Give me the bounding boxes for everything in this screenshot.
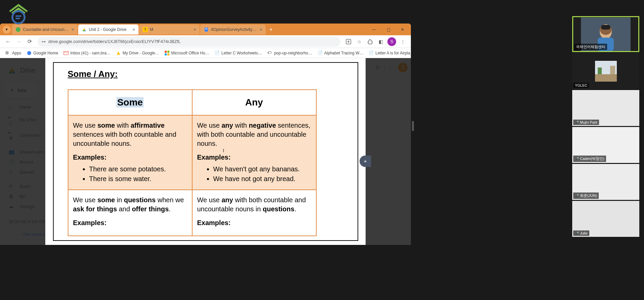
text-cursor-icon: I <box>223 148 224 153</box>
some-affirmative-cell: We use some with affirmative sentences w… <box>68 115 192 190</box>
menu-icon[interactable]: ⋮ <box>397 36 408 47</box>
participant-name-tag: 국제언어체험센터 <box>574 44 607 50</box>
ms-icon <box>164 50 170 56</box>
participant-tile[interactable]: 국제언어체험센터 <box>572 16 639 52</box>
participant-tile[interactable]: YGLEC <box>572 53 639 89</box>
some-questions-cell: We use some in questions when we ask for… <box>68 190 192 236</box>
tab-search-button[interactable]: ▾ <box>3 26 11 34</box>
svg-rect-21 <box>167 53 169 55</box>
example-item: There are some potatoes. <box>89 165 187 174</box>
table-header-some: Some <box>68 90 192 115</box>
maximize-button[interactable]: ▢ <box>381 25 395 35</box>
tab2-favicon <box>82 27 87 32</box>
tab3-favicon: T <box>143 27 148 32</box>
participant-tile[interactable]: 🎤Caden(박창민) <box>572 127 639 163</box>
tab-bar: ▾ Countable-and-Uncountable-n… × Unit 2 … <box>0 24 411 35</box>
tab4-close-icon[interactable]: × <box>260 27 262 32</box>
svg-point-5 <box>16 27 20 32</box>
side-panel-icon[interactable]: ◧ <box>375 36 386 47</box>
back-button[interactable]: ← <box>3 36 13 47</box>
example-item: We have not got any bread. <box>213 174 311 183</box>
muted-icon: 🎤 <box>575 231 579 235</box>
url-input[interactable]: ⊶ drive.google.com/drive/folders/1XJ6TMr… <box>38 37 340 47</box>
add-comment-button[interactable]: ＋ <box>360 156 371 167</box>
new-tab-button[interactable]: + <box>266 25 276 34</box>
svg-rect-18 <box>165 51 167 53</box>
bookmark-star-icon[interactable]: ☆ <box>354 36 365 47</box>
bookmark-letter-c[interactable]: 📄Letter C Worksheets… <box>212 50 265 56</box>
page-icon: 📄 <box>215 50 220 56</box>
browser-window: ▾ Countable-and-Uncountable-n… × Unit 2 … <box>0 24 411 245</box>
apps-icon: ⊞ <box>5 50 11 56</box>
svg-rect-28 <box>601 25 610 30</box>
svg-rect-19 <box>167 51 169 53</box>
bookmark-apps[interactable]: ⊞Apps <box>3 50 24 56</box>
svg-rect-4 <box>16 18 20 19</box>
bookmark-mydrive[interactable]: My Drive - Google… <box>113 50 162 56</box>
tab1-close-icon[interactable]: × <box>71 27 74 32</box>
example-item: We haven't got any bananas. <box>213 165 311 174</box>
participant-name-tag: 🎤Julie <box>573 230 589 236</box>
install-icon[interactable] <box>343 36 354 47</box>
svg-rect-13 <box>205 29 207 29</box>
reload-button[interactable]: ⟳ <box>24 36 35 47</box>
extensions-icon[interactable] <box>365 36 375 47</box>
tab4-title: 4OpinionSurveyActivity-FoodA… <box>211 27 258 32</box>
examples-label: Examples: <box>197 218 311 227</box>
g-icon <box>26 50 32 56</box>
participant-tile[interactable]: 🎤Julie <box>572 201 639 237</box>
tab-3[interactable]: T M × <box>139 25 200 35</box>
profile-avatar[interactable]: S <box>387 37 396 46</box>
svg-rect-31 <box>598 68 602 74</box>
grammar-table: Some Any We use some with affirmative se… <box>68 89 317 236</box>
bookmarks-bar: ⊞Apps Google Home Inbox (41) - sam.bra… … <box>0 48 411 58</box>
tab3-close-icon[interactable]: × <box>194 27 196 32</box>
minimize-button[interactable]: ― <box>367 25 381 35</box>
tab2-close-icon[interactable]: × <box>132 27 135 32</box>
bookmark-popup[interactable]: 🏷pop-up-neighborho… <box>265 50 315 56</box>
any-negative-cell: We use any with negative sentences, with… <box>192 115 316 190</box>
svg-rect-11 <box>205 28 208 32</box>
svg-point-15 <box>27 51 31 55</box>
url-text: drive.google.com/drive/folders/1XJ6TMrjc… <box>48 39 180 44</box>
example-item: There is some water. <box>89 174 187 183</box>
participant-grid: 국제언어체험센터 YGLEC 🎤Mujin Park 🎤Caden(박창민) 🎤… <box>572 16 639 238</box>
bookmark-google-home[interactable]: Google Home <box>24 50 61 56</box>
tab1-favicon <box>15 27 21 32</box>
tab1-title: Countable-and-Uncountable-n… <box>23 27 69 32</box>
tag-icon: 🏷 <box>267 50 273 56</box>
bookmark-office[interactable]: Microsoft Office Ho… <box>162 50 212 56</box>
tab-4[interactable]: 4OpinionSurveyActivity-FoodA… × <box>200 25 266 35</box>
app-logo <box>7 3 30 26</box>
table-header-any: Any <box>192 90 316 115</box>
muted-icon: 🎤 <box>575 194 579 198</box>
participant-video <box>595 61 617 82</box>
bookmark-alphabet[interactable]: 📄Alphabet Tracing W… <box>315 50 366 56</box>
bookmark-inbox[interactable]: Inbox (41) - sam.bra… <box>61 50 113 56</box>
participant-tile[interactable]: 🎤Mujin Park <box>572 90 639 126</box>
svg-rect-3 <box>16 15 21 17</box>
zoom-participants-panel: 국제언어체험센터 YGLEC 🎤Mujin Park 🎤Caden(박창민) 🎤… <box>412 0 644 245</box>
gmail-icon <box>63 50 69 56</box>
window-controls: ― ▢ ✕ <box>367 25 410 35</box>
tab3-title: M <box>150 27 192 32</box>
bookmark-letter-a[interactable]: 📄Letter A is for Airpla… <box>366 50 411 56</box>
page-icon: 📄 <box>369 50 374 56</box>
participant-tile[interactable]: 🎤최준(JUN) <box>572 164 639 200</box>
document-page: Some / Any: Some Any We use some with af… <box>53 62 358 241</box>
muted-icon: 🎤 <box>575 157 579 161</box>
participant-name-tag: 🎤최준(JUN) <box>573 192 599 199</box>
svg-marker-17 <box>117 51 120 55</box>
participant-name-tag: 🎤Caden(박창민) <box>573 156 606 162</box>
svg-text:T: T <box>144 28 147 32</box>
tab-2[interactable]: Unit 2 - Google Drive × <box>78 25 139 35</box>
page-icon: 📄 <box>318 50 323 56</box>
tab2-title: Unit 2 - Google Drive <box>89 27 130 32</box>
forward-button[interactable]: → <box>13 36 24 47</box>
svg-rect-12 <box>205 28 207 29</box>
site-info-icon[interactable]: ⊶ <box>42 39 46 44</box>
any-questions-cell: We use any with both countable and uncou… <box>192 190 316 236</box>
close-window-button[interactable]: ✕ <box>395 25 410 35</box>
document-preview[interactable]: Some / Any: Some Any We use some with af… <box>45 58 366 245</box>
examples-label: Examples: <box>197 153 311 162</box>
